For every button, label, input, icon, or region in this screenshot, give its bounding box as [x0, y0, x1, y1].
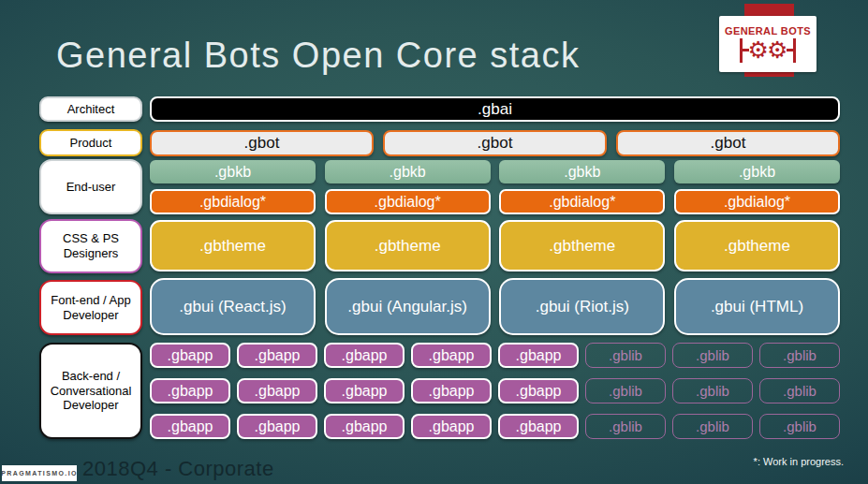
gbapp-box: .gbapp — [324, 343, 405, 368]
gear-icon: ⚙ — [767, 38, 787, 63]
gbapp-box: .gbapp — [150, 378, 230, 403]
general-bots-logo: GENERAL BOTS ⚙⚙ — [719, 16, 817, 72]
gbapp-box: .gbapp — [150, 343, 230, 368]
logo-brand-text: GENERAL BOTS — [725, 25, 811, 37]
gears-icon: ⚙⚙ — [740, 37, 797, 64]
row-gbot: .gbot .gbot .gbot — [150, 130, 840, 156]
gbapp-box: .gbapp — [411, 343, 492, 368]
row-gbai: .gbai — [150, 96, 840, 122]
row-gbtheme: .gbtheme .gbtheme .gbtheme .gbtheme — [150, 220, 840, 271]
label-architect: Architect — [39, 96, 142, 122]
gbot-box: .gbot — [150, 130, 374, 156]
gbkb-box: .gbkb — [674, 160, 840, 183]
slide: General Bots Open Core stack GENERAL BOT… — [0, 0, 868, 484]
gblib-box: .gblib — [585, 343, 666, 368]
gbdialog-box: .gbdialog* — [325, 189, 491, 214]
gbapp-box: .gbapp — [324, 378, 405, 403]
label-product: Product — [39, 129, 142, 156]
gbai-box: .gbai — [150, 96, 840, 122]
gbui-angular-box: .gbui (Angular.js) — [325, 278, 491, 335]
gblib-box: .gblib — [759, 378, 840, 403]
gblib-box: .gblib — [759, 343, 840, 368]
gbapp-box: .gbapp — [324, 414, 405, 439]
gbapp-box: .gbapp — [237, 343, 317, 368]
gbapp-box: .gbapp — [498, 414, 579, 439]
work-in-progress-note: *: Work in progress. — [754, 456, 844, 467]
row-gbapp-1: .gbapp .gbapp .gbapp .gbapp .gbapp .gbli… — [150, 343, 840, 368]
gbapp-box: .gbapp — [150, 414, 230, 439]
gear-line-right — [787, 49, 793, 51]
gbui-html-box: .gbui (HTML) — [674, 278, 840, 335]
gbapp-box: .gbapp — [498, 343, 579, 368]
gbapp-box: .gbapp — [411, 378, 492, 403]
gblib-box: .gblib — [759, 414, 840, 439]
label-frontend-app-developer: Font-end / App Developer — [39, 280, 142, 335]
gbapp-box: .gbapp — [411, 414, 492, 439]
row-gbapp-2: .gbapp .gbapp .gbapp .gbapp .gbapp .gbli… — [150, 378, 840, 403]
gbui-react-box: .gbui (React.js) — [150, 278, 316, 335]
page-title: General Bots Open Core stack — [56, 36, 580, 76]
gbapp-box: .gbapp — [498, 378, 579, 403]
row-gbui: .gbui (React.js) .gbui (Angular.js) .gbu… — [150, 278, 840, 335]
gbtheme-box: .gbtheme — [499, 220, 665, 271]
gblib-box: .gblib — [585, 414, 666, 439]
gblib-box: .gblib — [672, 378, 753, 403]
gbkb-box: .gbkb — [150, 160, 316, 183]
footer-caption: 2018Q4 - Corporate — [82, 457, 274, 481]
gblib-box: .gblib — [672, 414, 753, 439]
gbkb-box: .gbkb — [499, 160, 665, 183]
gbdialog-box: .gbdialog* — [674, 189, 840, 214]
gbtheme-box: .gbtheme — [150, 220, 316, 271]
gear-bar-right — [793, 38, 796, 63]
gbapp-box: .gbapp — [237, 414, 317, 439]
gbapp-box: .gbapp — [237, 378, 317, 403]
row-gbapp-3: .gbapp .gbapp .gbapp .gbapp .gbapp .gbli… — [150, 414, 840, 439]
gbkb-box: .gbkb — [325, 160, 491, 183]
row-gbkb: .gbkb .gbkb .gbkb .gbkb — [150, 160, 840, 183]
gbot-box: .gbot — [383, 130, 607, 156]
gblib-box: .gblib — [585, 378, 666, 403]
gbdialog-box: .gbdialog* — [150, 189, 316, 214]
gbtheme-box: .gbtheme — [325, 220, 491, 271]
gear-icon: ⚙ — [748, 38, 769, 63]
row-gbdialog: .gbdialog* .gbdialog* .gbdialog* .gbdial… — [150, 189, 840, 214]
gbdialog-box: .gbdialog* — [499, 189, 665, 214]
pragmatismo-logo: PRAGMATISMO.IO — [2, 465, 77, 481]
gblib-box: .gblib — [672, 343, 753, 368]
gbui-riot-box: .gbui (Riot.js) — [499, 278, 665, 335]
gbtheme-box: .gbtheme — [674, 220, 840, 271]
label-backend-conversational-developer: Back-end / Conversational Developer — [39, 343, 142, 439]
label-end-user: End-user — [39, 159, 142, 214]
label-css-ps-designers: CSS & PS Designers — [39, 219, 142, 273]
gbot-box: .gbot — [616, 130, 840, 156]
